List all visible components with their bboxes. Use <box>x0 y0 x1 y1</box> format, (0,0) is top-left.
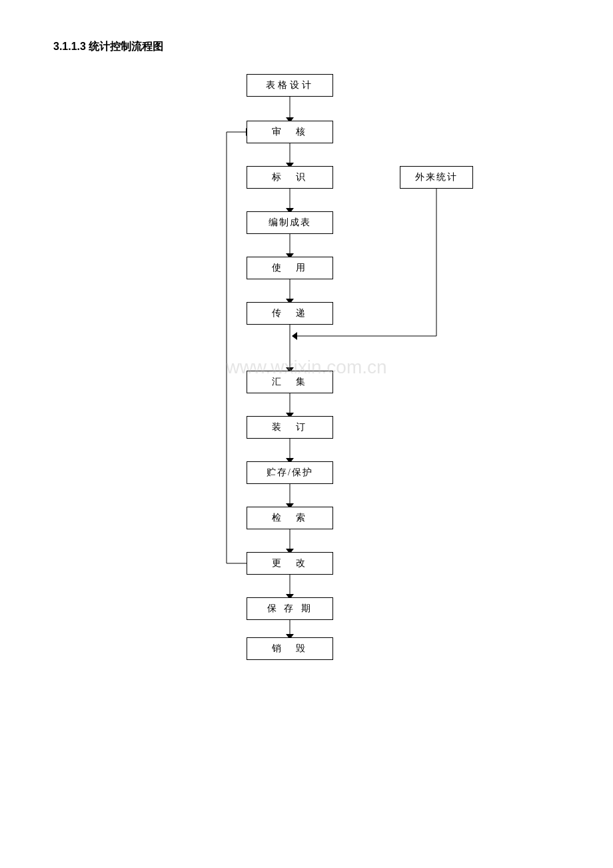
box-zhuangding: 装 订 <box>247 416 333 439</box>
section-title: 3.1.1.3 统计控制流程图 <box>53 40 560 54</box>
box-shenhe: 审 核 <box>247 121 333 143</box>
page: 3.1.1.3 统计控制流程图 www.wxixin.com.cn <box>0 0 613 868</box>
box-baocunqi: 保 存 期 <box>247 597 333 620</box>
box-jiansuo: 检 索 <box>247 507 333 529</box>
box-gengai: 更 改 <box>247 552 333 575</box>
box-biaogesheji: 表格设计 <box>247 74 333 97</box>
box-dicun: 贮存/保护 <box>247 461 333 484</box>
box-bianzhi: 编制成表 <box>247 211 333 234</box>
flowchart-svg <box>53 67 560 667</box>
box-shiyong: 使 用 <box>247 257 333 279</box>
box-wailai: 外来统计 <box>400 166 473 189</box>
box-chuandi: 传 递 <box>247 302 333 325</box>
box-huiji: 汇 集 <box>247 371 333 393</box>
svg-marker-26 <box>292 332 297 340</box>
box-xiaohui: 销 毁 <box>247 637 333 660</box>
flowchart-container: www.wxixin.com.cn <box>53 67 560 667</box>
box-biaoshi: 标 识 <box>247 166 333 189</box>
